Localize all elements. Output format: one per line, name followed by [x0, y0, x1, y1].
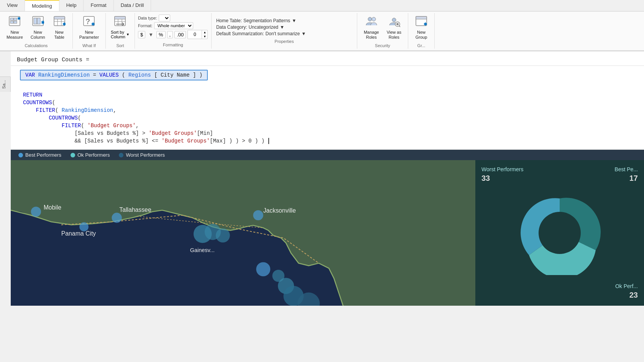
editor-area: Budget Group Counts = VAR RankingDimensi…: [11, 51, 644, 150]
countrows-line: COUNTROWS(: [17, 99, 644, 106]
format-label: Format:: [138, 23, 153, 28]
best-performers-section: Best Pe... 17: [614, 166, 638, 183]
sales-vs-budgets-line2: && [Sales vs Budgets %] <= 'Budget Group…: [17, 137, 644, 145]
sales-vs-budgets-line1: [Sales vs Budgets %] > 'Budget Groups'[M…: [17, 129, 644, 137]
map-panel: Mobile Tallahassee Jacksonville Panama C…: [11, 160, 475, 306]
svg-text:✱: ✱: [91, 22, 95, 26]
svg-text:Panama City: Panama City: [61, 230, 96, 237]
data-type-row: Data type:: [138, 15, 208, 21]
format-select[interactable]: Whole number: [154, 22, 193, 29]
what-if-label: What If: [82, 43, 96, 49]
security-group: ManageRoles View asRoles: [357, 13, 408, 49]
new-column-button[interactable]: ✱ NewColumn: [27, 13, 49, 42]
ok-performers-label: Ok Perf...: [481, 283, 638, 289]
svg-rect-32: [416, 16, 427, 19]
new-table-button[interactable]: ✱ NewTable: [49, 13, 69, 42]
best-performers-label: Best Pe...: [614, 166, 638, 172]
new-measure-icon: ✱: [8, 15, 21, 29]
decimal-places-box[interactable]: 0 ▲ ▼: [187, 30, 208, 39]
tab-modeling[interactable]: Modeling: [25, 0, 59, 11]
home-table-value: Segmentation Patterns: [243, 18, 290, 23]
sort-group: Sort byColumn ▼ Sort: [106, 13, 135, 49]
sort-label: Sort byColumn: [111, 30, 125, 39]
svg-text:Mobile: Mobile: [44, 205, 62, 211]
view-as-roles-icon: [388, 15, 400, 29]
manage-roles-label: ManageRoles: [364, 30, 379, 40]
best-performers-value: 17: [614, 174, 638, 183]
new-table-icon: ✱: [53, 15, 66, 29]
svg-point-53: [539, 212, 581, 254]
sort-dropdown-arrow: ▼: [126, 33, 130, 36]
spin-up[interactable]: ▲: [202, 30, 207, 34]
svg-rect-4: [14, 21, 17, 23]
new-measure-button[interactable]: ✱ NewMeasure: [3, 13, 26, 42]
formatting-label: Formatting: [138, 43, 208, 47]
worst-performers-legend-label: Worst Performers: [126, 152, 165, 158]
new-column-label: NewColumn: [31, 30, 45, 40]
new-group-button[interactable]: ✱ NewGroup: [411, 13, 431, 42]
data-type-label: Data type:: [138, 16, 157, 20]
svg-point-35: [31, 207, 41, 217]
new-parameter-icon: ? ✱: [83, 15, 95, 29]
default-summarization-row: Default Summarization: Don't summarize ▼: [216, 31, 352, 36]
default-summarization-dropdown[interactable]: ▼: [301, 31, 306, 36]
tab-help[interactable]: Help: [59, 0, 84, 11]
svg-point-45: [216, 229, 230, 243]
main-content: Budget Group Counts = VAR RankingDimensi…: [11, 51, 644, 362]
ribbon: View Modeling Help Format Data / Drill: [0, 0, 644, 51]
percent-button[interactable]: %: [156, 31, 166, 38]
left-tabs: Sa...: [0, 77, 11, 92]
properties-label: Properties: [216, 39, 352, 44]
sort-label-group: Sort: [116, 43, 124, 49]
svg-rect-7: [34, 18, 37, 24]
default-summarization-label: Default Summarization:: [216, 31, 264, 36]
tab-format[interactable]: Format: [84, 0, 113, 11]
left-tab-sa[interactable]: Sa...: [0, 77, 10, 92]
data-category-row: Data Category: Uncategorized ▼: [216, 25, 352, 30]
svg-point-27: [392, 18, 396, 22]
sort-by-column-label-row: Sort byColumn ▼: [111, 30, 130, 39]
filter-budget-line: FILTER( 'Budget Groups',: [17, 122, 644, 129]
ribbon-body: ✱ NewMeasure ✱: [0, 11, 644, 51]
separator-button[interactable]: ,: [167, 31, 173, 38]
sort-items: Sort byColumn ▼: [109, 13, 131, 42]
decimal-button[interactable]: .00: [174, 31, 186, 38]
worst-performers-value: 33: [481, 174, 523, 183]
new-parameter-label: NewParameter: [79, 30, 99, 40]
svg-text:Jacksonville: Jacksonville: [263, 208, 296, 214]
tab-view[interactable]: View: [0, 0, 25, 11]
view-as-roles-button[interactable]: View asRoles: [383, 13, 405, 42]
what-if-group: ? ✱ NewParameter What If: [73, 13, 106, 49]
svg-text:Tallahassee: Tallahassee: [119, 206, 151, 213]
spin-down[interactable]: ▼: [202, 34, 207, 39]
var-keyword: VAR: [25, 72, 35, 78]
decimal-places-input[interactable]: 0: [188, 32, 202, 37]
view-as-roles-label: View asRoles: [387, 30, 401, 40]
tab-data-drill[interactable]: Data / Drill: [114, 0, 151, 11]
new-measure-label: NewMeasure: [7, 30, 23, 40]
svg-point-26: [372, 17, 376, 21]
svg-text:?: ?: [85, 17, 90, 26]
svg-point-39: [253, 210, 263, 220]
data-type-select[interactable]: [159, 15, 170, 21]
currency-button[interactable]: $: [138, 31, 145, 38]
manage-roles-button[interactable]: ManageRoles: [360, 13, 383, 42]
home-table-dropdown[interactable]: ▼: [292, 18, 296, 23]
selected-line[interactable]: VAR RankingDimension = VALUES ( Regions …: [20, 70, 208, 80]
donut-chart: [518, 191, 602, 275]
ok-performers-value: 23: [481, 291, 638, 300]
legend-bar: Best Performers Ok Performers Worst Perf…: [11, 150, 644, 160]
format-separator-1: ▼: [147, 32, 155, 38]
paren-open: (: [122, 72, 128, 78]
sort-by-column-button[interactable]: Sort byColumn ▼: [109, 13, 131, 41]
data-category-value: Uncategorized: [249, 25, 278, 30]
groups-items: ✱ NewGroup: [411, 13, 431, 42]
blank-line: [17, 84, 644, 91]
new-parameter-button[interactable]: ? ✱ NewParameter: [76, 13, 102, 42]
home-table-label: Home Table:: [216, 18, 242, 23]
security-label: Security: [360, 43, 405, 49]
data-category-dropdown[interactable]: ▼: [280, 25, 284, 30]
formula-bar: Budget Group Counts =: [11, 54, 644, 66]
decimal-spin[interactable]: ▲ ▼: [202, 30, 207, 39]
bracket-close: ] ): [193, 72, 202, 78]
